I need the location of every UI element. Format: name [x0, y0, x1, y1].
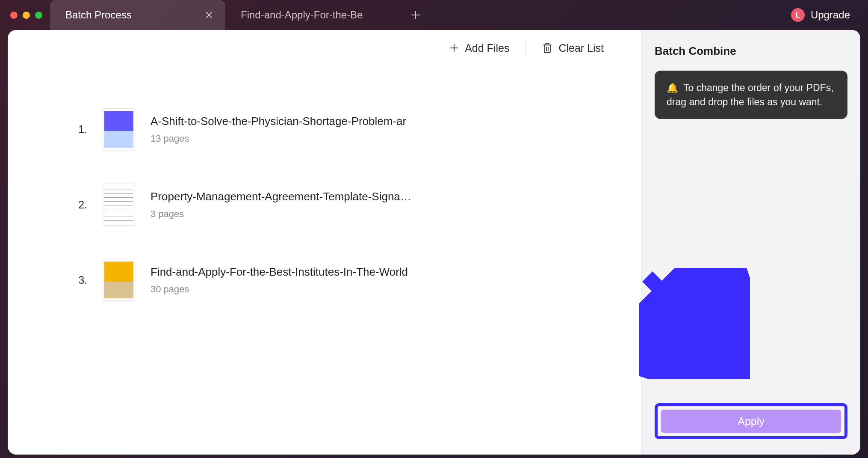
upgrade-label: Upgrade: [811, 9, 850, 21]
traffic-lights: [4, 12, 50, 19]
window-close-button[interactable]: [10, 12, 18, 19]
file-page-count: 30 pages: [151, 284, 616, 295]
pdf-thumbnail: [103, 108, 135, 150]
titlebar: Batch Process Find-and-Apply-For-the-Be …: [0, 0, 868, 30]
tabs: Batch Process Find-and-Apply-For-the-Be: [50, 0, 431, 30]
file-title: Property-Management-Agreement-Template-S…: [151, 190, 411, 203]
clear-list-button[interactable]: Clear List: [528, 38, 617, 59]
bell-icon: 🔔: [667, 83, 678, 93]
sidebar: Batch Combine 🔔 To change the order of y…: [641, 30, 860, 455]
item-index: 3.: [72, 274, 87, 286]
pdf-thumbnail: [103, 184, 135, 226]
plus-icon: [411, 10, 420, 20]
tab-batch-process[interactable]: Batch Process: [50, 0, 225, 30]
list-item[interactable]: 2. Property-Management-Agreement-Templat…: [8, 167, 641, 242]
pdf-thumbnail: [103, 259, 135, 301]
apply-label: Apply: [738, 415, 765, 427]
file-title: Find-and-Apply-For-the-Best-Institutes-I…: [151, 265, 411, 279]
tab-label: Find-and-Apply-For-the-Be: [241, 9, 389, 21]
apply-button[interactable]: Apply: [661, 410, 841, 433]
main-panel: Add Files Clear List 1. A-Shift-to-Solve…: [8, 30, 860, 455]
upgrade-button[interactable]: L Upgrade: [783, 5, 858, 25]
file-page-count: 13 pages: [151, 133, 616, 144]
add-files-label: Add Files: [465, 42, 509, 54]
list-item[interactable]: 1. A-Shift-to-Solve-the-Physician-Shorta…: [8, 92, 641, 167]
item-index: 2.: [72, 199, 87, 211]
tip-box: 🔔 To change the order of your PDFs, drag…: [655, 71, 847, 119]
avatar-letter: L: [795, 11, 800, 20]
add-files-button[interactable]: Add Files: [436, 38, 523, 59]
plus-icon: [449, 43, 459, 53]
separator: [526, 41, 526, 55]
clear-list-label: Clear List: [558, 42, 604, 54]
file-list-pane: Add Files Clear List 1. A-Shift-to-Solve…: [8, 30, 641, 455]
close-icon[interactable]: [205, 11, 213, 19]
apply-highlight: Apply: [655, 403, 847, 439]
avatar: L: [791, 8, 805, 22]
file-page-count: 3 pages: [151, 208, 616, 220]
item-index: 1.: [72, 123, 87, 136]
trash-icon: [542, 42, 552, 54]
tip-text: To change the order of your PDFs, drag a…: [667, 82, 834, 107]
new-tab-button[interactable]: [401, 0, 431, 30]
list-toolbar: Add Files Clear List: [8, 30, 641, 66]
file-title: A-Shift-to-Solve-the-Physician-Shortage-…: [151, 115, 411, 128]
file-list: 1. A-Shift-to-Solve-the-Physician-Shorta…: [8, 66, 641, 455]
sidebar-title: Batch Combine: [655, 45, 847, 58]
tab-find-and-apply[interactable]: Find-and-Apply-For-the-Be: [225, 0, 401, 30]
list-item[interactable]: 3. Find-and-Apply-For-the-Best-Institute…: [8, 242, 641, 318]
window-minimize-button[interactable]: [23, 12, 30, 19]
tab-label: Batch Process: [65, 9, 196, 21]
window-maximize-button[interactable]: [35, 12, 42, 19]
